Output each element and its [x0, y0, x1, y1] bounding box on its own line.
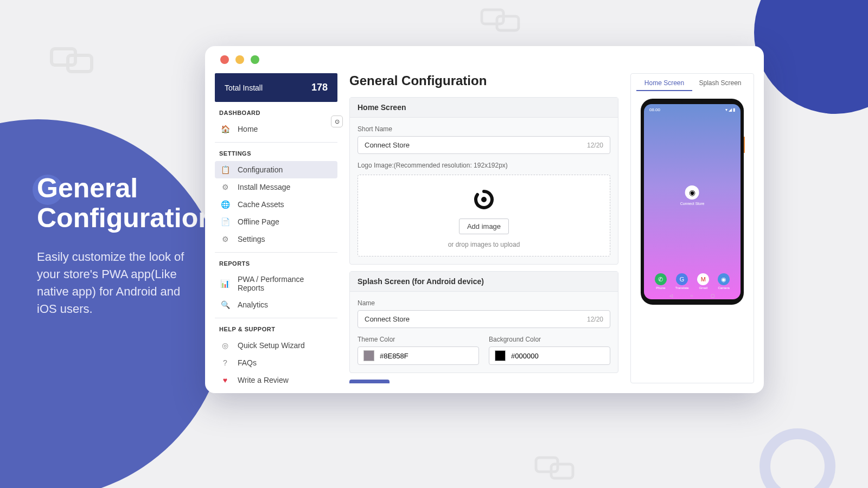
phone-mockup: 08.00 ▾ ◢ ▮ ◉ Connect Store ✆Phone GTran…	[641, 99, 744, 305]
nav-install-message[interactable]: ⚙ Install Message	[215, 178, 337, 196]
section-settings: SETTINGS	[215, 150, 337, 161]
save-button[interactable]: Save	[349, 380, 390, 383]
bg-color-input[interactable]: #000000	[489, 346, 610, 365]
name-counter: 12/20	[587, 316, 603, 323]
marketing-title: General Configuration	[37, 174, 215, 233]
android-navbar: ◁○▢	[644, 292, 741, 298]
close-dot[interactable]	[220, 55, 229, 64]
short-name-input[interactable]: Connect Store 12/20	[358, 136, 610, 154]
chart-icon: 📊	[220, 279, 230, 288]
page-title: General Configuration	[349, 73, 618, 88]
nav-write-review[interactable]: ♥ Write a Review	[215, 371, 337, 389]
splash-screen-panel: Splash Screen (for Android device) Name …	[349, 271, 618, 373]
gear-icon: ⚙	[220, 182, 230, 192]
theme-color-swatch	[363, 350, 374, 361]
globe-icon: 🌐	[220, 200, 230, 209]
tab-splash-screen[interactable]: Splash Screen	[692, 79, 748, 91]
question-icon: ?	[220, 358, 230, 368]
home-icon: 🏠	[220, 124, 230, 134]
install-count: 178	[311, 82, 328, 93]
settings-icon: ⚙	[220, 234, 230, 244]
section-help: HELP & SUPPORT	[215, 326, 337, 337]
nav-quick-setup[interactable]: ◎ Quick Setup Wizard	[215, 337, 337, 354]
app-window: Total Install 178 ⊙ DASHBOARD 🏠 Home SET…	[205, 46, 764, 393]
theme-color-label: Theme Color	[358, 336, 479, 343]
phone-statusbar: 08.00 ▾ ◢ ▮	[644, 104, 741, 115]
add-image-button[interactable]: Add image	[459, 219, 509, 234]
tab-home-screen[interactable]: Home Screen	[636, 79, 692, 91]
install-label: Total Install	[225, 84, 263, 92]
nav-settings[interactable]: ⚙ Settings	[215, 230, 337, 248]
nav-offline-page[interactable]: 📄 Offline Page	[215, 213, 337, 230]
nav-analytics[interactable]: 🔍 Analytics	[215, 296, 337, 313]
marketing-description: Easily customize the look of your store'…	[37, 248, 200, 318]
nav-perf-reports[interactable]: 📊 PWA / Performance Reports	[215, 271, 337, 296]
section-dashboard: DASHBOARD	[215, 110, 337, 120]
marketing-panel: General Configuration Easily customize t…	[37, 174, 215, 318]
logo-label: Logo Image:(Recommended resolution: 192x…	[358, 162, 610, 169]
logo-preview-icon	[473, 188, 495, 211]
heart-icon: ♥	[220, 375, 230, 385]
nav-cache-assets[interactable]: 🌐 Cache Assets	[215, 196, 337, 213]
phone-app-icon: ◉ Connect Store	[680, 185, 705, 206]
page-icon: 📄	[220, 217, 230, 227]
panel-header-splash: Splash Screen (for Android device)	[350, 272, 618, 292]
theme-color-input[interactable]: #8E858F	[358, 346, 479, 365]
wizard-icon: ◎	[220, 341, 230, 350]
short-name-label: Short Name	[358, 125, 610, 133]
panel-header-home: Home Screen	[350, 98, 618, 118]
total-install-card: Total Install 178	[215, 73, 337, 102]
minimize-dot[interactable]	[235, 55, 244, 64]
name-label: Name	[358, 299, 610, 307]
bg-color-swatch	[495, 350, 506, 361]
window-titlebar	[205, 46, 764, 73]
nav-configuration[interactable]: 📋 Configuration	[215, 161, 337, 178]
drop-hint: or drop images to upload	[358, 241, 610, 248]
sidebar: Total Install 178 ⊙ DASHBOARD 🏠 Home SET…	[215, 73, 337, 383]
config-icon: 📋	[220, 165, 230, 175]
short-name-counter: 12/20	[587, 142, 603, 149]
svg-point-6	[481, 197, 487, 202]
section-reports: REPORTS	[215, 260, 337, 271]
home-screen-panel: Home Screen Short Name Connect Store 12/…	[349, 97, 618, 265]
preview-panel: Home Screen Splash Screen 08.00 ▾ ◢ ▮ ◉ …	[630, 73, 754, 383]
maximize-dot[interactable]	[251, 55, 259, 64]
main-content: General Configuration Home Screen Short …	[349, 73, 618, 383]
nav-faqs[interactable]: ? FAQs	[215, 354, 337, 371]
analytics-icon: 🔍	[220, 300, 230, 310]
phone-dock: ✆Phone GTranslate MGmail ◉Camera	[644, 273, 741, 290]
bg-color-label: Background Color	[489, 336, 610, 343]
logo-dropzone[interactable]: Add image or drop images to upload	[358, 175, 610, 256]
name-input[interactable]: Connect Store 12/20	[358, 310, 610, 328]
collapse-sidebar-button[interactable]: ⊙	[331, 115, 343, 127]
nav-home[interactable]: 🏠 Home	[215, 120, 337, 138]
